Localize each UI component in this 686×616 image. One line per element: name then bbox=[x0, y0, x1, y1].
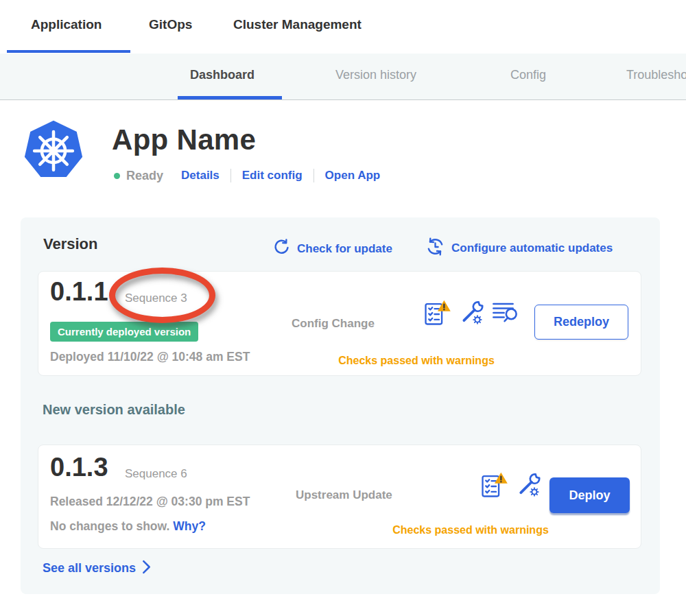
tab-dashboard[interactable]: Dashboard bbox=[190, 68, 255, 82]
version-section-title: Version bbox=[43, 235, 97, 253]
current-version-number: 0.1.1 bbox=[50, 277, 108, 307]
divider bbox=[230, 169, 231, 182]
no-changes-label: No changes to show. bbox=[50, 519, 169, 533]
tab-troubleshoot[interactable]: Troubleshoot bbox=[626, 68, 686, 82]
divider bbox=[314, 169, 314, 182]
wrench-gear-icon[interactable] bbox=[458, 300, 484, 329]
version-action-icons bbox=[423, 300, 519, 329]
checklist-warning-icon[interactable] bbox=[423, 300, 451, 329]
checklist-warning-icon[interactable] bbox=[480, 472, 508, 501]
details-link[interactable]: Details bbox=[181, 169, 220, 182]
check-for-update-link[interactable]: Check for update bbox=[273, 239, 392, 259]
current-version-card: 0.1.1 Sequence 3 Currently deployed vers… bbox=[38, 271, 641, 376]
deploy-button[interactable]: Deploy bbox=[549, 477, 630, 513]
version-source-label: Config Change bbox=[292, 317, 375, 331]
redeploy-button[interactable]: Redeploy bbox=[534, 305, 628, 340]
tab-version-history[interactable]: Version history bbox=[335, 68, 416, 82]
chevron-right-icon bbox=[142, 560, 151, 577]
available-version-card: 0.1.3 Sequence 6 Released 12/12/22 @ 03:… bbox=[38, 445, 641, 549]
refresh-icon bbox=[273, 239, 290, 259]
kubernetes-logo bbox=[23, 119, 84, 181]
lines-magnifier-icon[interactable] bbox=[492, 300, 519, 328]
clock-refresh-icon bbox=[426, 237, 445, 259]
status-text: Ready bbox=[126, 169, 163, 183]
wrench-gear-icon[interactable] bbox=[515, 472, 541, 501]
see-all-versions-link[interactable]: See all versions bbox=[43, 560, 151, 577]
edit-config-link[interactable]: Edit config bbox=[242, 169, 303, 182]
why-link[interactable]: Why? bbox=[173, 519, 206, 533]
available-version-number: 0.1.3 bbox=[50, 453, 108, 482]
configure-automatic-updates-label: Configure automatic updates bbox=[451, 241, 613, 255]
app-dashboard-page: Application GitOps Cluster Management Da… bbox=[0, 0, 686, 616]
currently-deployed-badge: Currently deployed version bbox=[50, 322, 198, 342]
see-all-versions-label: See all versions bbox=[43, 561, 136, 576]
deployed-timestamp: Deployed 11/10/22 @ 10:48 am EST bbox=[50, 350, 250, 364]
configure-automatic-updates-link[interactable]: Configure automatic updates bbox=[426, 237, 613, 259]
open-app-link[interactable]: Open App bbox=[325, 169, 381, 182]
checks-status-text: Checks passed with warnings bbox=[314, 355, 519, 367]
current-version-sequence: Sequence 3 bbox=[125, 292, 187, 305]
active-subtab-underline bbox=[178, 96, 282, 99]
version-panel: Version Check for update Confi bbox=[21, 217, 660, 594]
page-title: App Name bbox=[112, 123, 256, 156]
available-version-sequence: Sequence 6 bbox=[125, 467, 187, 481]
tab-gitops[interactable]: GitOps bbox=[149, 17, 192, 32]
new-version-heading: New version available bbox=[43, 402, 185, 418]
tab-config[interactable]: Config bbox=[510, 68, 546, 82]
primary-nav: Application GitOps Cluster Management bbox=[0, 0, 686, 54]
check-for-update-label: Check for update bbox=[297, 242, 392, 256]
version-action-icons bbox=[480, 472, 541, 501]
secondary-nav: Dashboard Version history Config Trouble… bbox=[0, 54, 686, 100]
tab-cluster-management[interactable]: Cluster Management bbox=[233, 17, 362, 32]
version-source-label: Upstream Update bbox=[296, 488, 392, 502]
status-dot bbox=[114, 173, 120, 179]
active-tab-underline bbox=[7, 50, 130, 53]
checks-status-text: Checks passed with warnings bbox=[368, 524, 573, 536]
released-timestamp: Released 12/12/22 @ 03:30 pm EST bbox=[50, 495, 250, 509]
no-changes-text: No changes to show. Why? bbox=[50, 519, 206, 534]
app-status-row: Ready Details Edit config Open App bbox=[114, 167, 380, 185]
tab-application[interactable]: Application bbox=[31, 17, 102, 32]
